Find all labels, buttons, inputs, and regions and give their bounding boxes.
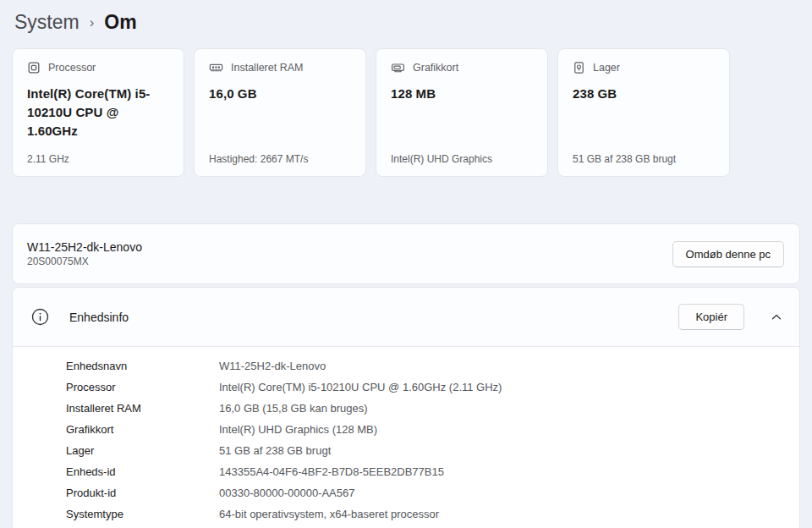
summary-card-footer: 2.11 GHz bbox=[27, 153, 175, 165]
spec-row: Grafikkort Intel(R) UHD Graphics (128 MB… bbox=[13, 419, 799, 440]
summary-card-label: Lager bbox=[593, 62, 620, 74]
spec-label: Lager bbox=[66, 444, 219, 457]
summary-card-footer: 51 GB af 238 GB brugt bbox=[573, 153, 721, 165]
summary-card-value: 128 MB bbox=[391, 85, 533, 103]
breadcrumb: System › Om bbox=[0, 0, 812, 39]
device-info-header[interactable]: Enhedsinfo Kopiér bbox=[13, 288, 799, 346]
spec-value: 51 GB af 238 GB brugt bbox=[219, 444, 331, 457]
summary-card-header: Grafikkort bbox=[391, 61, 533, 74]
copy-button[interactable]: Kopiér bbox=[678, 304, 744, 330]
storage-icon bbox=[573, 61, 585, 74]
summary-card-label: Grafikkort bbox=[413, 62, 458, 74]
spec-row: Enhedsnavn W11-25H2-dk-Lenovo bbox=[13, 355, 799, 377]
chevron-right-icon: › bbox=[90, 13, 95, 31]
spec-label: Systemtype bbox=[66, 508, 219, 520]
spec-row: Installeret RAM 16,0 GB (15,8 GB kan bru… bbox=[13, 398, 799, 419]
spec-row: Lager 51 GB af 238 GB brugt bbox=[13, 440, 799, 461]
summary-cards-row: Processor Intel(R) Core(TM) i5-10210U CP… bbox=[12, 48, 800, 177]
device-model: 20S00075MX bbox=[27, 256, 142, 267]
spec-value: W11-25H2-dk-Lenovo bbox=[219, 360, 326, 372]
chevron-up-icon[interactable] bbox=[771, 311, 782, 323]
spec-label: Installeret RAM bbox=[66, 402, 219, 415]
summary-card-label: Installeret RAM bbox=[231, 62, 303, 74]
processor-icon bbox=[27, 61, 41, 74]
spec-label: Processor bbox=[66, 381, 219, 393]
summary-card-footer: Hastighed: 2667 MT/s bbox=[209, 153, 357, 165]
spec-value: 143355A4-04F6-4BF2-B7D8-5EEB2DB77B15 bbox=[219, 465, 444, 478]
device-info-body: Enhedsnavn W11-25H2-dk-Lenovo Processor … bbox=[13, 346, 799, 528]
spec-row: Processor Intel(R) Core(TM) i5-10210U CP… bbox=[13, 377, 799, 398]
summary-card-label: Processor bbox=[48, 62, 96, 74]
spec-value: 64-bit operativsystem, x64-baseret proce… bbox=[219, 508, 439, 520]
spec-label: Enhedsnavn bbox=[66, 360, 219, 372]
info-icon bbox=[31, 308, 49, 326]
rename-pc-button[interactable]: Omdøb denne pc bbox=[672, 241, 784, 267]
device-info-expander: Enhedsinfo Kopiér Enhedsnavn W11-25H2-dk… bbox=[12, 287, 800, 528]
ram-icon bbox=[209, 61, 223, 74]
spec-row: Enheds-id 143355A4-04F6-4BF2-B7D8-5EEB2D… bbox=[13, 461, 799, 482]
spec-row: Systemtype 64-bit operativsystem, x64-ba… bbox=[13, 503, 799, 525]
summary-card-value: 238 GB bbox=[573, 85, 715, 103]
spec-value: 00330-80000-00000-AA567 bbox=[219, 487, 354, 499]
summary-card-header: Installeret RAM bbox=[209, 61, 351, 74]
device-name-card: W11-25H2-dk-Lenovo 20S00075MX Omdøb denn… bbox=[12, 223, 800, 284]
summary-card-footer: Intel(R) UHD Graphics bbox=[391, 153, 539, 165]
gpu-icon bbox=[391, 61, 405, 74]
summary-card: Processor Intel(R) Core(TM) i5-10210U CP… bbox=[12, 48, 184, 177]
summary-card-value: Intel(R) Core(TM) i5-10210U CPU @ 1.60GH… bbox=[27, 85, 169, 140]
summary-card-value: 16,0 GB bbox=[209, 85, 351, 103]
spec-value: Intel(R) UHD Graphics (128 MB) bbox=[219, 423, 377, 436]
spec-value: 16,0 GB (15,8 GB kan bruges) bbox=[219, 402, 368, 415]
summary-card: Installeret RAM 16,0 GB Hastighed: 2667 … bbox=[194, 48, 366, 177]
spec-label: Enheds-id bbox=[66, 465, 219, 478]
summary-card: Lager 238 GB 51 GB af 238 GB brugt bbox=[557, 48, 730, 177]
device-identity: W11-25H2-dk-Lenovo 20S00075MX bbox=[27, 240, 142, 267]
spec-value: Intel(R) Core(TM) i5-10210U CPU @ 1.60GH… bbox=[219, 381, 502, 393]
spec-label: Grafikkort bbox=[66, 423, 219, 436]
summary-card: Grafikkort 128 MB Intel(R) UHD Graphics bbox=[376, 48, 548, 177]
spec-label: Produkt-id bbox=[66, 487, 219, 499]
breadcrumb-system[interactable]: System bbox=[14, 11, 80, 34]
device-info-title: Enhedsinfo bbox=[69, 311, 678, 324]
settings-about-page: System › Om Processor Intel(R) Core(TM) … bbox=[0, 0, 812, 528]
spec-row: Produkt-id 00330-80000-00000-AA567 bbox=[13, 482, 799, 503]
summary-card-header: Processor bbox=[27, 61, 169, 74]
device-name: W11-25H2-dk-Lenovo bbox=[27, 240, 142, 254]
page-title: Om bbox=[104, 11, 136, 34]
summary-card-header: Lager bbox=[573, 61, 715, 74]
